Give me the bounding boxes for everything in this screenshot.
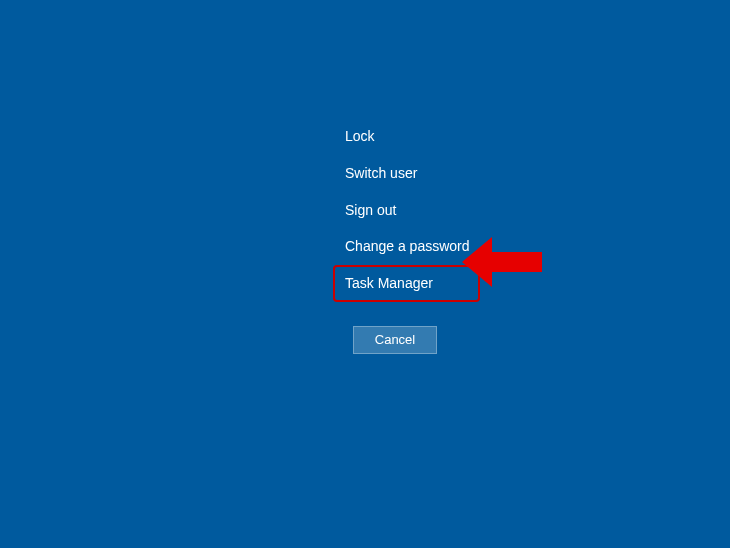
cancel-button-label: Cancel: [375, 332, 415, 347]
menu-item-label: Lock: [345, 128, 375, 144]
menu-item-change-password[interactable]: Change a password: [335, 228, 480, 265]
menu-item-switch-user[interactable]: Switch user: [335, 155, 480, 192]
menu-item-sign-out[interactable]: Sign out: [335, 192, 480, 229]
menu-item-label: Switch user: [345, 165, 417, 181]
menu-item-label: Change a password: [345, 238, 470, 254]
security-options-menu: Lock Switch user Sign out Change a passw…: [335, 118, 480, 354]
annotation-arrow-icon: [462, 232, 542, 292]
svg-marker-0: [462, 237, 542, 287]
menu-item-label: Task Manager: [345, 275, 433, 291]
menu-item-task-manager[interactable]: Task Manager: [333, 265, 480, 302]
cancel-button[interactable]: Cancel: [353, 326, 437, 354]
menu-item-label: Sign out: [345, 202, 396, 218]
menu-item-lock[interactable]: Lock: [335, 118, 480, 155]
